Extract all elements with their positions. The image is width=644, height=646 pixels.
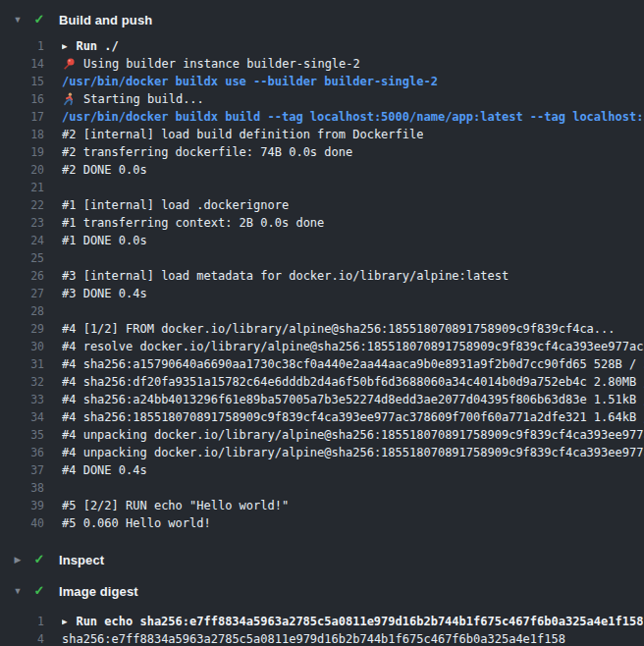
log-line: 30#4 resolve docker.io/library/alpine@sh… [0,338,644,355]
log-line: 4sha256:e7ff8834a5963a2785c5a0811e979d16… [0,630,644,646]
line-number[interactable]: 18 [0,126,44,143]
line-text: #5 [2/2] RUN echo "Hello world!" [62,497,289,514]
line-number[interactable]: 23 [0,214,44,232]
line-number[interactable]: 39 [0,497,44,514]
line-text: #4 DONE 0.4s [62,461,147,479]
line-number[interactable]: 14 [0,55,44,73]
line-number[interactable]: 33 [0,391,44,408]
line-text: #1 transferring context: 2B 0.0s done [62,214,324,232]
log-line: 27#3 DONE 0.4s [0,285,644,302]
line-content: ▶Run echo sha256:e7ff8834a5963a2785c5a08… [62,613,643,630]
line-number[interactable]: 22 [0,196,44,214]
line-number[interactable]: 29 [0,320,44,338]
log-line: 23#1 transferring context: 2B 0.0s done [0,214,644,232]
check-icon: ✓ [27,546,51,573]
line-number[interactable]: 31 [0,355,44,373]
section-header-image-digest[interactable]: ▼✓Image digest [0,577,644,605]
line-text: #2 [internal] load build definition from… [62,126,423,143]
line-number[interactable]: 26 [0,267,44,285]
line-text: #2 transferring dockerfile: 74B 0.0s don… [62,143,352,161]
line-number[interactable]: 15 [0,73,44,90]
line-number[interactable]: 32 [0,373,44,391]
log-line: 33#4 sha256:a24bb4013296f61e89ba57005a7b… [0,391,644,408]
line-text: /usr/bin/docker buildx use --builder bui… [62,73,438,90]
log-line: 14Using builder instance builder-single-… [0,55,644,73]
expand-icon[interactable]: ▶ [62,37,67,55]
line-text: #1 DONE 0.0s [62,232,147,249]
expand-icon[interactable]: ▶ [62,613,67,630]
line-text: Run echo sha256:e7ff8834a5963a2785c5a081… [76,613,643,630]
line-text: #4 sha256:df20fa9351a15782c64e6dddb2d4a6… [62,373,644,391]
line-content: #4 sha256:a24bb4013296f61e89ba57005a7b3e… [62,391,644,408]
section-title: Inspect [59,553,104,567]
section-header-build-and-push[interactable]: ▼✓Build and push [0,6,644,33]
log-line: 1▶Run ./ [0,37,644,55]
actions-log-viewer: ▼✓Build and push1▶Run ./14Using builder … [0,0,644,646]
line-content: #2 [internal] load build definition from… [62,126,423,143]
pushpin-icon [62,57,76,71]
line-text: #3 DONE 0.4s [62,285,147,302]
line-number[interactable]: 25 [0,249,44,267]
line-content: #2 transferring dockerfile: 74B 0.0s don… [62,143,352,161]
line-number[interactable]: 4 [0,630,44,646]
log-line: 31#4 sha256:a15790640a6690aa1730c38cf0a4… [0,355,644,373]
line-number[interactable]: 35 [0,426,44,444]
line-text: #4 sha256:185518070891758909c9f839cf4ca3… [62,408,644,426]
chevron-down-icon[interactable]: ▼ [8,6,27,33]
line-content: #4 DONE 0.4s [62,461,147,479]
line-content: #4 unpacking docker.io/library/alpine@sh… [62,444,644,461]
line-content: /usr/bin/docker buildx use --builder bui… [62,73,438,90]
line-text: #3 [internal] load metadata for docker.i… [62,267,509,285]
log-line: 22#1 [internal] load .dockerignore [0,196,644,214]
line-number[interactable]: 21 [0,179,44,196]
line-content: Using builder instance builder-single-2 [62,55,360,73]
line-number[interactable]: 19 [0,143,44,161]
line-number[interactable]: 40 [0,514,44,532]
line-text: #2 DONE 0.0s [62,161,147,179]
section-header-inspect[interactable]: ▶✓Inspect [0,546,644,573]
line-content: Starting build... [62,90,204,108]
section-title: Build and push [59,13,152,27]
line-number[interactable]: 30 [0,338,44,355]
log-line: 21 [0,179,644,196]
log-lines-build-and-push: 1▶Run ./14Using builder instance builder… [0,33,644,542]
line-number[interactable]: 1 [0,37,44,55]
chevron-down-icon[interactable]: ▼ [8,577,27,605]
line-content: #4 sha256:185518070891758909c9f839cf4ca3… [62,408,644,426]
line-number[interactable]: 34 [0,408,44,426]
line-number[interactable]: 38 [0,479,44,497]
log-line: 29#4 [1/2] FROM docker.io/library/alpine… [0,320,644,338]
line-number[interactable]: 17 [0,108,44,126]
log-line: 24#1 DONE 0.0s [0,232,644,249]
line-content: ▶Run ./ [62,37,119,55]
log-line: 28 [0,302,644,320]
line-number[interactable]: 36 [0,444,44,461]
log-line: 38 [0,479,644,497]
line-number[interactable]: 20 [0,161,44,179]
chevron-right-icon[interactable]: ▶ [8,546,27,573]
line-content: #1 DONE 0.0s [62,232,147,249]
line-text: #1 [internal] load .dockerignore [62,196,289,214]
line-number[interactable]: 16 [0,90,44,108]
log-line: 39#5 [2/2] RUN echo "Hello world!" [0,497,644,514]
line-text: #4 sha256:a15790640a6690aa1730c38cf0a440… [62,355,644,373]
line-text: /usr/bin/docker buildx build --tag local… [62,108,644,126]
line-number[interactable]: 24 [0,232,44,249]
log-line: 26#3 [internal] load metadata for docker… [0,267,644,285]
line-content: #4 resolve docker.io/library/alpine@sha2… [62,338,644,355]
log-line: 37#4 DONE 0.4s [0,461,644,479]
line-content: #4 unpacking docker.io/library/alpine@sh… [62,426,644,444]
line-number[interactable]: 27 [0,285,44,302]
line-text: Run ./ [76,37,118,55]
line-text: #4 sha256:a24bb4013296f61e89ba57005a7b3e… [62,391,644,408]
line-text: #4 [1/2] FROM docker.io/library/alpine@s… [62,320,616,338]
line-number[interactable]: 37 [0,461,44,479]
line-content: #3 [internal] load metadata for docker.i… [62,267,509,285]
line-number[interactable]: 1 [0,613,44,630]
line-number[interactable]: 28 [0,302,44,320]
line-content: #1 [internal] load .dockerignore [62,196,289,214]
log-line: 18#2 [internal] load build definition fr… [0,126,644,143]
line-content: #4 sha256:df20fa9351a15782c64e6dddb2d4a6… [62,373,644,391]
line-text: #5 0.060 Hello world! [62,514,211,532]
log-lines-image-digest: 1▶Run echo sha256:e7ff8834a5963a2785c5a0… [0,605,644,646]
